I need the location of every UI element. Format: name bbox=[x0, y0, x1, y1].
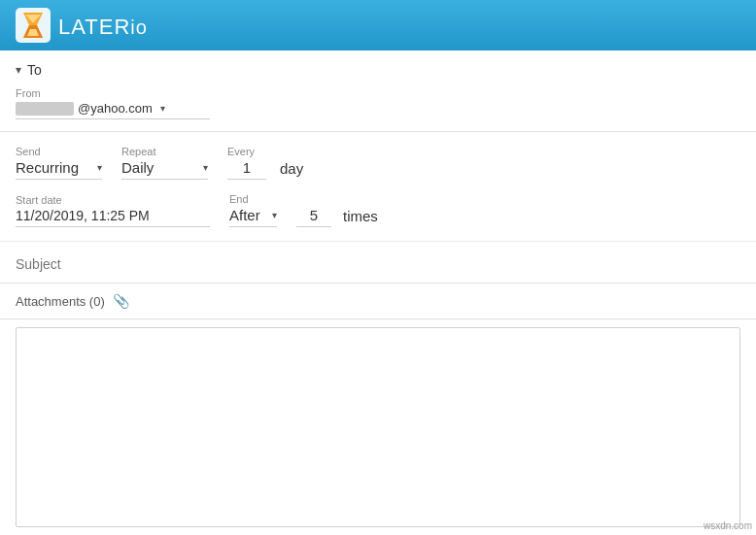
start-date-input[interactable] bbox=[16, 208, 210, 227]
start-date-field-group: Start date bbox=[16, 194, 210, 227]
to-chevron-icon[interactable]: ▾ bbox=[16, 63, 21, 77]
app-title: LATERio bbox=[58, 11, 148, 41]
logo-suffix: io bbox=[130, 17, 148, 38]
schedule-section: Send Recurring ▾ Repeat Daily ▾ Every bbox=[0, 132, 756, 242]
to-header[interactable]: ▾ To bbox=[16, 62, 740, 78]
end-arrow[interactable]: ▾ bbox=[272, 210, 277, 220]
send-value: Recurring bbox=[16, 159, 93, 176]
from-row: From @yahoo.com ▾ bbox=[16, 87, 740, 119]
end-field-group: End After ▾ bbox=[229, 193, 277, 227]
app-header: LATERio bbox=[0, 0, 756, 50]
send-field-group: Send Recurring ▾ bbox=[16, 146, 102, 180]
end-count-input[interactable] bbox=[296, 207, 331, 227]
every-field-group: Every day bbox=[227, 146, 303, 180]
end-count-unit: times bbox=[343, 208, 378, 227]
from-label: From bbox=[16, 87, 210, 99]
end-count-field-group: times bbox=[296, 193, 378, 227]
end-label: End bbox=[229, 193, 277, 205]
every-input-wrapper: day bbox=[227, 159, 303, 180]
hourglass-icon bbox=[16, 8, 51, 43]
main-content: ▾ To From @yahoo.com ▾ Send Recurring bbox=[0, 50, 756, 535]
from-field: From @yahoo.com ▾ bbox=[16, 87, 210, 119]
from-email-mask bbox=[16, 102, 74, 116]
send-arrow[interactable]: ▾ bbox=[97, 162, 102, 173]
repeat-value: Daily bbox=[121, 159, 199, 176]
from-email-domain: @yahoo.com bbox=[78, 101, 153, 116]
every-number-input[interactable] bbox=[227, 159, 266, 180]
to-section: ▾ To From @yahoo.com ▾ bbox=[0, 50, 756, 132]
every-label: Every bbox=[227, 146, 303, 157]
paperclip-icon[interactable]: 📎 bbox=[113, 293, 129, 309]
end-dropdown[interactable]: After ▾ bbox=[229, 207, 277, 227]
end-value: After bbox=[229, 207, 268, 223]
schedule-row-2: Start date End After ▾ times bbox=[16, 193, 740, 227]
send-dropdown[interactable]: Recurring ▾ bbox=[16, 159, 102, 180]
attachments-label: Attachments (0) bbox=[16, 294, 105, 309]
repeat-dropdown[interactable]: Daily ▾ bbox=[121, 159, 208, 180]
subject-input[interactable] bbox=[16, 256, 740, 272]
repeat-label: Repeat bbox=[121, 146, 208, 157]
logo-name: LATER bbox=[58, 15, 130, 39]
start-date-label: Start date bbox=[16, 194, 210, 206]
from-dropdown[interactable]: @yahoo.com ▾ bbox=[16, 101, 210, 119]
watermark: wsxdn.com bbox=[704, 520, 752, 531]
schedule-row-1: Send Recurring ▾ Repeat Daily ▾ Every bbox=[16, 146, 740, 180]
repeat-arrow[interactable]: ▾ bbox=[203, 162, 208, 173]
email-body-area[interactable] bbox=[16, 327, 740, 527]
repeat-field-group: Repeat Daily ▾ bbox=[121, 146, 208, 180]
attachments-section: Attachments (0) 📎 bbox=[0, 284, 756, 319]
logo: LATERio bbox=[16, 8, 148, 43]
to-label: To bbox=[27, 62, 42, 78]
send-label: Send bbox=[16, 146, 102, 157]
subject-section bbox=[0, 242, 756, 284]
from-dropdown-arrow[interactable]: ▾ bbox=[160, 103, 165, 114]
every-unit-label: day bbox=[280, 160, 303, 180]
end-count-spacer bbox=[296, 193, 378, 205]
